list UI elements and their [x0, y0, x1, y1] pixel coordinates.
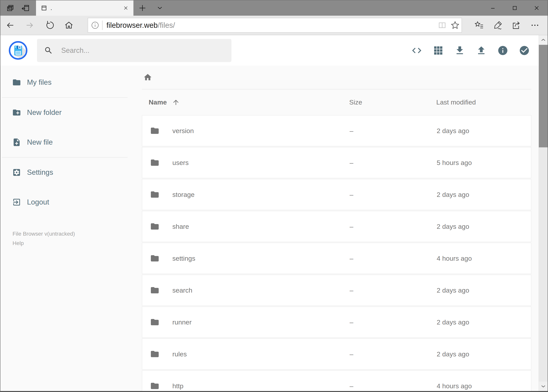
set-tabs-aside-button[interactable]: [18, 0, 33, 16]
home-button[interactable]: [59, 16, 79, 35]
file-row[interactable]: http – 4 hours ago: [142, 370, 531, 392]
add-favorite-star-icon[interactable]: [449, 21, 462, 30]
sidebar-item-label: New folder: [27, 108, 62, 117]
file-row[interactable]: users – 5 hours ago: [142, 147, 531, 178]
folder-icon: [150, 222, 160, 231]
tab-preview-icon: [6, 4, 15, 12]
help-link[interactable]: Help: [13, 239, 24, 247]
column-header-modified[interactable]: Last modified: [436, 98, 531, 106]
browser-tab[interactable]: .: [36, 0, 133, 16]
forward-button[interactable]: [20, 16, 40, 35]
file-row-name-cell: http: [142, 381, 350, 391]
listing-header-row: Name Size Last modified: [142, 90, 531, 115]
file-size: –: [350, 223, 437, 230]
plus-icon: [139, 4, 146, 12]
url-text[interactable]: filebrowser.web/files/: [106, 21, 436, 29]
file-modified: 4 hours ago: [437, 255, 531, 262]
sidebar-item-new-file[interactable]: New file: [0, 133, 130, 152]
browser-scrollbar[interactable]: [539, 35, 548, 391]
folder-icon: [150, 317, 160, 327]
file-row[interactable]: runner – 2 days ago: [142, 307, 531, 338]
maximize-icon: [511, 5, 518, 11]
reading-view-icon[interactable]: [436, 21, 449, 30]
minimize-button[interactable]: [482, 0, 504, 16]
url-path: /files/: [158, 21, 175, 29]
sidebar-divider: [2, 97, 128, 98]
scrollbar-thumb[interactable]: [539, 45, 548, 147]
back-button[interactable]: [0, 16, 20, 35]
new-tab-button[interactable]: [133, 0, 152, 16]
file-size: –: [350, 318, 437, 326]
download-button[interactable]: [449, 39, 471, 62]
file-modified: 2 days ago: [437, 287, 531, 294]
page-icon: [41, 5, 47, 11]
breadcrumb-home-button[interactable]: [142, 71, 153, 83]
sidebar: My files New folder New file Sett: [0, 66, 130, 391]
info-button[interactable]: [492, 39, 513, 62]
filebrowser-logo[interactable]: [9, 41, 28, 60]
tab-close-icon[interactable]: [123, 5, 129, 11]
refresh-button[interactable]: [40, 16, 59, 35]
raw-code-view-button[interactable]: [406, 39, 428, 62]
file-modified: 2 days ago: [437, 350, 531, 358]
file-name: users: [172, 159, 189, 167]
file-modified: 2 days ago: [437, 223, 531, 230]
logout-icon: [12, 198, 21, 207]
sidebar-item-logout[interactable]: Logout: [0, 193, 130, 211]
file-name: storage: [172, 191, 194, 198]
file-size: –: [350, 287, 437, 294]
site-info-icon[interactable]: [88, 21, 102, 29]
favorites-hub-button[interactable]: [470, 16, 488, 35]
web-note-button[interactable]: [488, 16, 507, 35]
address-bar[interactable]: filebrowser.web/files/: [88, 18, 462, 33]
more-options-button[interactable]: [526, 16, 544, 35]
share-button[interactable]: [507, 16, 526, 35]
code-icon: [411, 45, 422, 56]
sidebar-item-label: My files: [27, 78, 51, 86]
folder-icon: [12, 78, 21, 87]
close-window-button[interactable]: [526, 0, 548, 16]
sidebar-item-settings[interactable]: Settings: [0, 163, 130, 182]
search-bar[interactable]: [37, 39, 231, 62]
file-modified: 2 days ago: [437, 191, 531, 198]
url-host: filebrowser.web: [106, 21, 158, 29]
file-listing-area: Name Size Last modified version – 2 days…: [130, 66, 539, 391]
maximize-button[interactable]: [504, 0, 526, 16]
file-row-name-cell: share: [142, 222, 350, 231]
file-row[interactable]: share – 2 days ago: [142, 211, 531, 242]
file-size: –: [350, 255, 437, 262]
scroll-down-button[interactable]: [539, 382, 548, 391]
file-row[interactable]: settings – 4 hours ago: [142, 243, 531, 274]
tab-preview-button[interactable]: [3, 0, 18, 16]
file-row[interactable]: rules – 2 days ago: [142, 338, 531, 370]
tab-bar: .: [0, 0, 548, 16]
folder-icon: [150, 190, 160, 199]
tab-list-button[interactable]: [152, 0, 168, 16]
folder-icon: [150, 158, 160, 167]
sidebar-item-my-files[interactable]: My files: [0, 73, 130, 91]
refresh-icon: [45, 21, 54, 30]
select-multiple-button[interactable]: [513, 39, 535, 62]
column-header-name[interactable]: Name: [142, 98, 349, 106]
search-icon: [44, 46, 53, 55]
file-size: –: [350, 127, 437, 135]
breadcrumb: [142, 66, 531, 90]
forward-icon: [25, 21, 35, 30]
minimize-icon: [489, 5, 496, 12]
chevron-down-icon: [156, 4, 164, 12]
search-input[interactable]: [61, 46, 210, 55]
scroll-up-button[interactable]: [539, 35, 548, 45]
column-header-size[interactable]: Size: [349, 98, 436, 106]
folder-icon: [150, 349, 160, 359]
filebrowser-header: [0, 35, 548, 66]
grid-view-button[interactable]: [428, 39, 449, 62]
upload-button[interactable]: [471, 39, 492, 62]
sidebar-divider: [2, 157, 128, 158]
sidebar-item-new-folder[interactable]: New folder: [0, 103, 130, 122]
file-row[interactable]: search – 2 days ago: [142, 275, 531, 306]
column-name-label: Name: [149, 98, 167, 106]
sidebar-item-label: Settings: [27, 168, 53, 176]
file-row[interactable]: storage – 2 days ago: [142, 179, 531, 210]
navigation-bar: filebrowser.web/files/: [0, 16, 548, 35]
file-row[interactable]: version – 2 days ago: [142, 115, 531, 146]
